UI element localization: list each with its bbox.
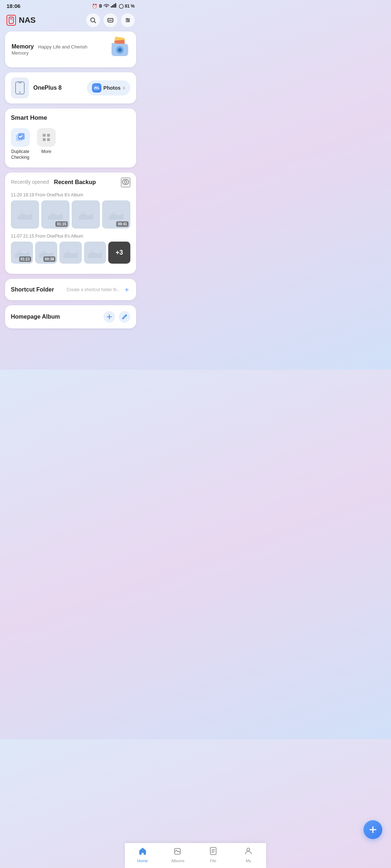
status-bar: 18:06 ⏰ 𝔹 ◯ 81 % (0, 0, 141, 10)
svg-point-38 (81, 212, 84, 214)
thumb-badge-2-1: 01:21 (19, 256, 31, 262)
svg-point-13 (127, 18, 128, 20)
svg-rect-31 (47, 134, 50, 137)
thumb-2-1[interactable]: 01:21 (11, 242, 33, 264)
recently-opened-tab[interactable]: Recently opened (11, 179, 49, 186)
recent-header: Recently opened Recent Backup (11, 178, 130, 187)
bluetooth-icon: 𝔹 (99, 4, 102, 9)
more-count: +3 (115, 249, 123, 256)
svg-line-8 (94, 22, 96, 23)
settings-button[interactable] (121, 13, 135, 27)
album-actions (104, 311, 130, 323)
backup-label-2: 11-07 21:15 From OnePlus 8's Album (11, 234, 130, 239)
duplicate-checking-icon (11, 128, 30, 147)
memory-text: Memory Happy Life and Cherish Memory (12, 43, 101, 56)
album-add-button[interactable] (104, 311, 115, 323)
status-time: 18:06 (7, 3, 20, 9)
visibility-button[interactable] (121, 178, 130, 187)
shortcut-folder-title: Shortcut Folder (11, 286, 54, 293)
thumb-1-2[interactable]: 01:15 (41, 200, 70, 229)
thumb-badge-1-2: 01:15 (55, 221, 68, 227)
memory-decoration (101, 37, 130, 62)
thumb-more[interactable]: +3 (108, 242, 130, 264)
recent-tabs: Recently opened Recent Backup (11, 179, 96, 186)
svg-point-25 (19, 92, 21, 93)
wifi-icon (104, 3, 109, 9)
photos-button[interactable]: Photos (87, 80, 130, 95)
alarm-icon: ⏰ (92, 4, 97, 9)
smart-home-card: Smart Home DuplicateChecking (5, 109, 136, 167)
backup-thumbs-2: 01:21 00:38 (11, 242, 130, 264)
svg-point-41 (42, 250, 45, 253)
header-left: NAS (7, 15, 35, 26)
thumb-1-1[interactable] (11, 200, 39, 229)
duplicate-checking-item[interactable]: DuplicateChecking (11, 128, 30, 160)
backup-thumbs-1: 01:15 00:41 (11, 200, 130, 229)
memory-title: Memory Happy Life and Cherish Memory (12, 43, 101, 56)
svg-rect-33 (47, 138, 50, 141)
shortcut-right: Create a shortcut folder fir... ＋ (67, 285, 130, 294)
thumb-2-2[interactable]: 00:38 (35, 242, 57, 264)
app-title: NAS (19, 16, 35, 25)
backup-label-1: 11-20 18:19 From OnePlus 8's Album (11, 192, 130, 197)
more-item[interactable]: More (37, 128, 56, 160)
status-icons: ⏰ 𝔹 ◯ 81 % (92, 3, 135, 9)
shortcut-add-button[interactable]: ＋ (123, 285, 130, 294)
app-logo (7, 15, 16, 26)
app-header: NAS (0, 10, 141, 31)
svg-rect-0 (111, 6, 112, 8)
device-card: OnePlus 8 Photos (5, 72, 136, 103)
album-edit-button[interactable] (119, 311, 130, 323)
thumb-1-3[interactable] (72, 200, 100, 229)
thumb-badge-1-4: 00:41 (116, 221, 129, 227)
svg-point-39 (112, 212, 115, 214)
svg-point-14 (128, 20, 129, 21)
svg-point-36 (21, 212, 24, 214)
svg-rect-32 (43, 138, 46, 141)
signal-icon (111, 3, 117, 9)
battery-percent: 81 % (125, 4, 135, 9)
svg-point-43 (91, 250, 93, 253)
svg-point-40 (18, 250, 21, 253)
more-icon (37, 128, 56, 147)
svg-rect-22 (112, 43, 117, 46)
svg-rect-30 (43, 134, 46, 137)
photos-label: Photos (104, 85, 121, 91)
homepage-album-title: Homepage Album (11, 314, 60, 320)
device-info: OnePlus 8 (11, 77, 62, 98)
photos-dot (123, 87, 125, 89)
svg-point-42 (66, 250, 69, 253)
memory-card[interactable]: Memory Happy Life and Cherish Memory (5, 31, 136, 67)
svg-rect-2 (114, 4, 115, 8)
fullscreen-button[interactable] (104, 13, 117, 27)
device-thumbnail (11, 77, 29, 98)
duplicate-checking-label: DuplicateChecking (11, 149, 29, 160)
smart-home-title: Smart Home (11, 114, 130, 122)
svg-rect-4 (9, 17, 13, 24)
thumb-2-3[interactable] (59, 242, 81, 264)
photos-icon (92, 83, 101, 93)
backup-group-2: 11-07 21:15 From OnePlus 8's Album 01:21… (11, 234, 130, 264)
smart-home-icons: DuplicateChecking More (11, 127, 130, 162)
shortcut-folder-card: Shortcut Folder Create a shortcut folder… (5, 279, 136, 300)
svg-rect-6 (10, 20, 12, 20)
svg-rect-5 (10, 18, 12, 19)
svg-rect-1 (112, 5, 113, 8)
svg-point-27 (95, 87, 96, 88)
shortcut-hint: Create a shortcut folder fir... (67, 287, 120, 292)
thumb-1-4[interactable]: 00:41 (102, 200, 130, 229)
homepage-album-card: Homepage Album (5, 305, 136, 328)
more-label: More (41, 149, 51, 155)
thumb-badge-2-2: 00:38 (43, 256, 56, 262)
header-actions (86, 13, 135, 27)
search-button[interactable] (86, 13, 100, 27)
svg-rect-3 (115, 3, 116, 8)
recent-backup-tab[interactable]: Recent Backup (54, 179, 96, 186)
recent-card: Recently opened Recent Backup 11-20 18:1… (5, 173, 136, 274)
thumb-2-4[interactable] (84, 242, 106, 264)
battery-icon: ◯ (119, 4, 123, 9)
svg-point-21 (118, 48, 121, 51)
svg-rect-24 (18, 82, 22, 83)
device-name: OnePlus 8 (33, 85, 62, 91)
svg-point-34 (122, 179, 129, 184)
